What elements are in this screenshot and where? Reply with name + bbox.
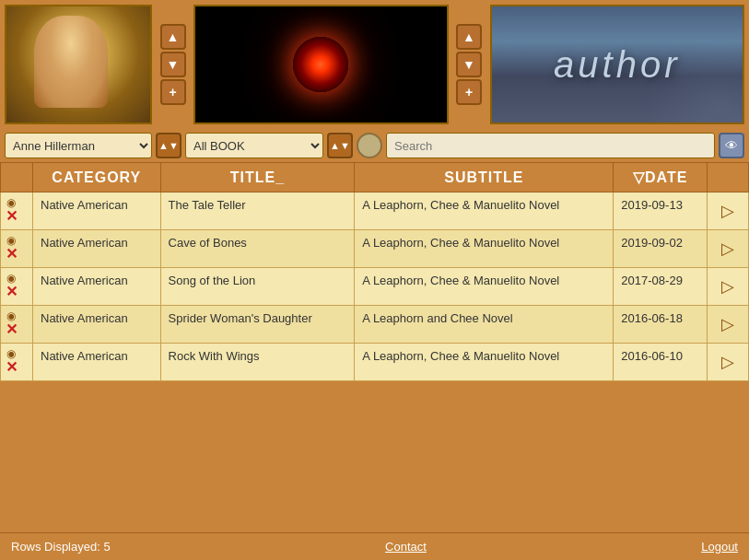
left-nav-controls: ▲ ▼ + <box>157 5 189 124</box>
row-play-cell: ▷ <box>708 230 749 268</box>
row-date: 2016-06-18 <box>614 306 708 344</box>
row-date: 2019-09-13 <box>614 192 708 230</box>
col-controls <box>1 163 33 192</box>
row-title: The Tale Teller <box>160 192 355 230</box>
logout-link[interactable]: Logout <box>701 540 738 554</box>
rows-displayed-label: Rows Displayed: 5 <box>11 540 111 554</box>
row-actions-cell: ◉ ✕ <box>1 268 33 306</box>
col-subtitle[interactable]: SUBTITLE <box>355 163 614 192</box>
filter-bar: Anne Hillerman ▲▼ All BOOK ▲▼ 👁 <box>0 129 749 162</box>
row-title: Cave of Bones <box>160 230 355 268</box>
play-button[interactable]: ▷ <box>715 349 741 375</box>
row-play-cell: ▷ <box>708 268 749 306</box>
pin-icon[interactable]: ◉ <box>5 196 18 209</box>
pin-icon[interactable]: ◉ <box>5 309 18 322</box>
table-row: ◉ ✕ Native American Sprider Woman's Daug… <box>1 306 749 344</box>
pin-icon[interactable]: ◉ <box>5 272 18 285</box>
row-subtitle: A Leaphorn, Chee & Manuelito Novel <box>355 344 614 381</box>
row-category: Native American <box>33 344 161 381</box>
right-nav-controls: ▲ ▼ + <box>453 5 486 124</box>
author-filter-button[interactable]: ▲▼ <box>156 133 181 158</box>
row-subtitle: A Leaphorn, Chee & Manuelito Novel <box>355 230 614 268</box>
header-media <box>193 5 449 124</box>
row-title: Rock With Wings <box>160 344 355 381</box>
circle-toggle-button[interactable] <box>357 133 382 158</box>
author-select[interactable]: Anne Hillerman <box>5 133 152 158</box>
play-button[interactable]: ▷ <box>715 198 741 224</box>
header-section: ▲ ▼ + ▲ ▼ + author <box>0 0 749 129</box>
row-title: Sprider Woman's Daughter <box>160 306 355 344</box>
row-date: 2019-09-02 <box>614 230 708 268</box>
row-category: Native American <box>33 230 161 268</box>
col-title[interactable]: TITLE_ <box>160 163 355 192</box>
search-input[interactable] <box>386 133 715 158</box>
play-button[interactable]: ▷ <box>715 311 741 337</box>
author-title-label: author <box>554 44 680 86</box>
row-actions-cell: ◉ ✕ <box>1 306 33 344</box>
author-banner: author <box>490 5 745 124</box>
book-filter-button[interactable]: ▲▼ <box>327 133 353 158</box>
book-type-select[interactable]: All BOOK <box>185 133 323 158</box>
media-nav-up-button[interactable]: ▲ <box>456 24 482 50</box>
col-date[interactable]: ▽DATE <box>614 163 708 192</box>
table-row: ◉ ✕ Native American The Tale Teller A Le… <box>1 192 749 230</box>
table-body: ◉ ✕ Native American The Tale Teller A Le… <box>1 192 749 381</box>
nav-down-button[interactable]: ▼ <box>160 52 186 77</box>
row-category: Native American <box>33 306 161 344</box>
play-button[interactable]: ▷ <box>715 236 741 262</box>
row-subtitle: A Leaphorn, Chee & Manuelito Novel <box>355 192 614 230</box>
delete-icon[interactable]: ✕ <box>5 209 18 222</box>
pin-icon[interactable]: ◉ <box>5 347 18 360</box>
eye-button[interactable]: 👁 <box>719 133 744 158</box>
table-row: ◉ ✕ Native American Rock With Wings A Le… <box>1 344 749 381</box>
data-table-wrapper: CATEGORY TITLE_ SUBTITLE ▽DATE ◉ ✕ Nativ… <box>0 162 749 532</box>
table-row: ◉ ✕ Native American Cave of Bones A Leap… <box>1 230 749 268</box>
row-play-cell: ▷ <box>708 192 749 230</box>
table-row: ◉ ✕ Native American Song of the Lion A L… <box>1 268 749 306</box>
footer: Rows Displayed: 5 Contact Logout <box>0 532 749 560</box>
delete-icon[interactable]: ✕ <box>5 285 18 298</box>
row-actions-cell: ◉ ✕ <box>1 230 33 268</box>
row-play-cell: ▷ <box>708 344 749 381</box>
contact-link[interactable]: Contact <box>385 540 427 554</box>
delete-icon[interactable]: ✕ <box>5 360 18 373</box>
row-subtitle: A Leaphorn, Chee & Manuelito Novel <box>355 268 614 306</box>
delete-icon[interactable]: ✕ <box>5 322 18 335</box>
col-category[interactable]: CATEGORY <box>33 163 161 192</box>
row-title: Song of the Lion <box>160 268 355 306</box>
row-play-cell: ▷ <box>708 306 749 344</box>
app-container: ▲ ▼ + ▲ ▼ + author Anne Hillerman ▲▼ All… <box>0 0 749 560</box>
pin-icon[interactable]: ◉ <box>5 234 18 247</box>
row-actions-cell: ◉ ✕ <box>1 192 33 230</box>
nav-add-button[interactable]: + <box>160 79 186 105</box>
row-date: 2016-06-10 <box>614 344 708 381</box>
table-header: CATEGORY TITLE_ SUBTITLE ▽DATE <box>1 163 749 192</box>
row-category: Native American <box>33 192 161 230</box>
author-photo <box>5 5 152 124</box>
row-date: 2017-08-29 <box>614 268 708 306</box>
media-nav-down-button[interactable]: ▼ <box>456 52 482 77</box>
media-nav-add-button[interactable]: + <box>456 79 482 105</box>
col-play <box>708 163 749 192</box>
row-actions-cell: ◉ ✕ <box>1 344 33 381</box>
nav-up-button[interactable]: ▲ <box>160 24 186 50</box>
row-category: Native American <box>33 268 161 306</box>
play-button[interactable]: ▷ <box>715 274 741 299</box>
books-table: CATEGORY TITLE_ SUBTITLE ▽DATE ◉ ✕ Nativ… <box>0 162 749 381</box>
row-subtitle: A Leaphorn and Chee Novel <box>355 306 614 344</box>
delete-icon[interactable]: ✕ <box>5 247 18 260</box>
